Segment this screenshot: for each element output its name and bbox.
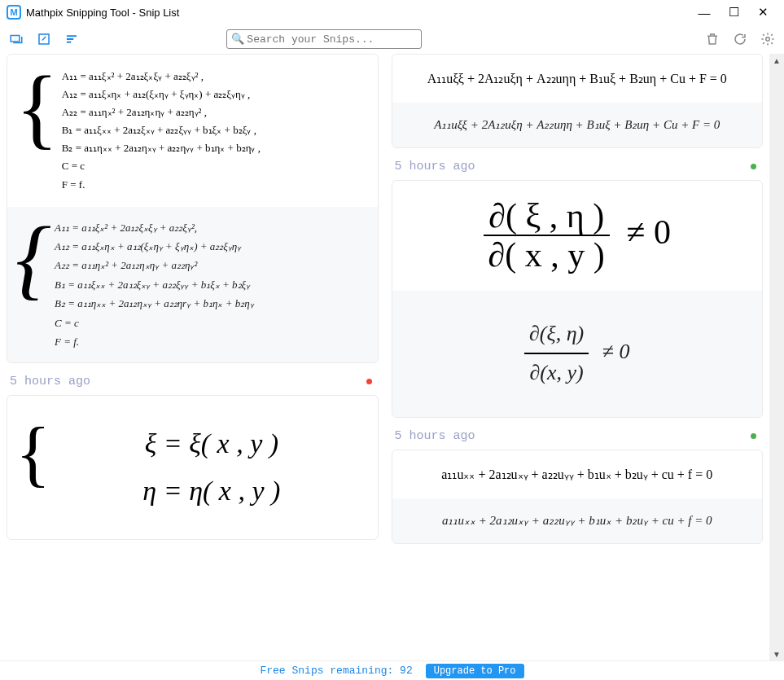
right-column: A₁₁uξξ + 2A₁₂uξη + A₂₂uηη + B₁uξ + B₂uη … (385, 54, 770, 660)
eq-line: A₁₁ = a₁₁ξₓ² + 2a₁₂ξₓξᵧ + a₂₂ξᵧ², (55, 218, 370, 237)
eq-line: C = c (55, 314, 370, 332)
timestamp: 5 hours ago (10, 375, 379, 388)
eq-line: F = f. (62, 176, 370, 194)
snip-card[interactable]: { ξ = ξ( x , y ) η = η( x , y ) (7, 395, 379, 540)
search-input[interactable] (226, 29, 422, 49)
snip-rendered: a₁₁uₓₓ + 2a₁₂uₓᵧ + a₂₂uᵧᵧ + b₁uₓ + b₂uᵧ … (392, 498, 763, 543)
status-dot-icon (366, 379, 372, 384)
snip-card[interactable]: { A₁₁ = a₁₁ξₓ² + 2a₁₂ξₓξᵧ + a₂₂ξᵧ² , A₁₂… (7, 54, 379, 363)
search-icon: 🔍 (231, 33, 244, 45)
snip-icon[interactable] (8, 31, 24, 47)
snip-card[interactable]: a₁₁uₓₓ + 2a₁₂uₓᵧ + a₂₂uᵧᵧ + b₁uₓ + b₂uᵧ … (392, 450, 764, 544)
snip-rendered: ∂(ξ, η) ∂(x, y) ≠ 0 (392, 291, 763, 418)
svg-rect-0 (11, 36, 20, 42)
edit-icon[interactable] (36, 31, 52, 47)
toolbar: 🔍 (0, 24, 784, 54)
status-dot-icon (751, 433, 756, 439)
minimize-button[interactable]: — (690, 1, 719, 24)
status-dot-icon (751, 164, 756, 169)
snip-original: a₁₁uₓₓ + 2a₁₂uₓᵧ + a₂₂uᵧᵧ + b₁uₓ + b₂uᵧ … (392, 450, 763, 498)
settings-icon[interactable] (760, 31, 776, 47)
eq-line: A₁₂ = a₁₁ξₓηₓ + a₁₂(ξₓηᵧ + ξᵧηₓ) + a₂₂ξᵧ… (62, 86, 370, 103)
snip-original: { A₁₁ = a₁₁ξₓ² + 2a₁₂ξₓξᵧ + a₂₂ξᵧ² , A₁₂… (7, 55, 378, 207)
app-logo-icon: M (7, 5, 21, 20)
eq-line: η = η( x , y ) (54, 467, 369, 515)
snip-original: { ξ = ξ( x , y ) η = η( x , y ) (7, 396, 378, 539)
list-icon[interactable] (64, 31, 80, 47)
snip-rendered: { A₁₁ = a₁₁ξₓ² + 2a₁₂ξₓξᵧ + a₂₂ξᵧ², A₁₂ … (7, 207, 378, 363)
eq-line: A₁₂ = a₁₁ξₓηₓ + a₁₂(ξₓηᵧ + ξᵧηₓ) + a₂₂ξᵧ… (55, 237, 370, 256)
snip-original: A₁₁uξξ + 2A₁₂uξη + A₂₂uηη + B₁uξ + B₂uη … (392, 55, 763, 103)
eq-line: A₂₂ = a₁₁ηₓ² + 2a₁₂ηₓηᵧ + a₂₂ηᵧ² , (62, 103, 370, 121)
vertical-scrollbar[interactable]: ▲ ▼ (769, 54, 784, 660)
scroll-down-icon[interactable]: ▼ (770, 647, 783, 660)
eq-line: C = c (62, 157, 370, 175)
snip-original: ∂( ξ , η ) ∂( x , y ) ≠ 0 (392, 181, 763, 290)
eq-line: A₂₂ = a₁₁ηₓ² + 2a₁₂ηₓηᵧ + a₂₂ηᵧ² (55, 256, 370, 274)
eq-line: B₂ = a₁₁ηₓₓ + 2a₁₂ηₓᵧ + a₂₂ηrᵧ + b₁ηₓ + … (55, 294, 370, 313)
search-box: 🔍 (226, 29, 422, 49)
upgrade-button[interactable]: Upgrade to Pro (426, 664, 524, 678)
titlebar: M Mathpix Snipping Tool - Snip List — ☐ … (0, 0, 784, 24)
trash-icon[interactable] (704, 31, 720, 47)
svg-point-2 (766, 37, 770, 42)
timestamp: 5 hours ago (395, 429, 764, 443)
eq-line: B₁ = a₁₁ξₓₓ + 2a₁₂ξₓᵧ + a₂₂ξᵧᵧ + b₁ξₓ + … (62, 121, 370, 139)
eq-line: B₁ = a₁₁ξₓₓ + 2a₁₂ξₓᵧ + a₂₂ξᵧᵧ + b₁ξₓ + … (55, 275, 370, 294)
refresh-icon[interactable] (732, 31, 748, 47)
eq-line: A₁₁ = a₁₁ξₓ² + 2a₁₂ξₓξᵧ + a₂₂ξᵧ² , (62, 68, 370, 86)
content-area: { A₁₁ = a₁₁ξₓ² + 2a₁₂ξₓξᵧ + a₂₂ξᵧ² , A₁₂… (0, 54, 784, 660)
statusbar: Free Snips remaining: 92 Upgrade to Pro (0, 660, 784, 680)
maximize-button[interactable]: ☐ (719, 1, 748, 24)
close-button[interactable]: ✕ (748, 1, 777, 24)
eq-line: ξ = ξ( x , y ) (54, 420, 369, 467)
snip-rendered: A₁₁uξξ + 2A₁₂uξη + A₂₂uηη + B₁uξ + B₂uη … (392, 103, 763, 147)
timestamp: 5 hours ago (395, 160, 764, 173)
snip-card[interactable]: ∂( ξ , η ) ∂( x , y ) ≠ 0 ∂(ξ, η) ∂(x, y… (392, 180, 764, 418)
scroll-up-icon[interactable]: ▲ (770, 54, 783, 67)
eq-line: F = f. (55, 332, 370, 351)
snip-card[interactable]: A₁₁uξξ + 2A₁₂uξη + A₂₂uηη + B₁uξ + B₂uη … (392, 54, 764, 148)
window-title: Mathpix Snipping Tool - Snip List (26, 7, 179, 19)
free-snips-remaining: Free Snips remaining: 92 (260, 665, 412, 677)
eq-line: B₂ = a₁₁ηₓₓ + 2a₁₂ηₓᵧ + a₂₂ηᵧᵧ + b₁ηₓ + … (62, 139, 370, 157)
left-column: { A₁₁ = a₁₁ξₓ² + 2a₁₂ξₓξᵧ + a₂₂ξᵧ² , A₁₂… (0, 54, 385, 660)
